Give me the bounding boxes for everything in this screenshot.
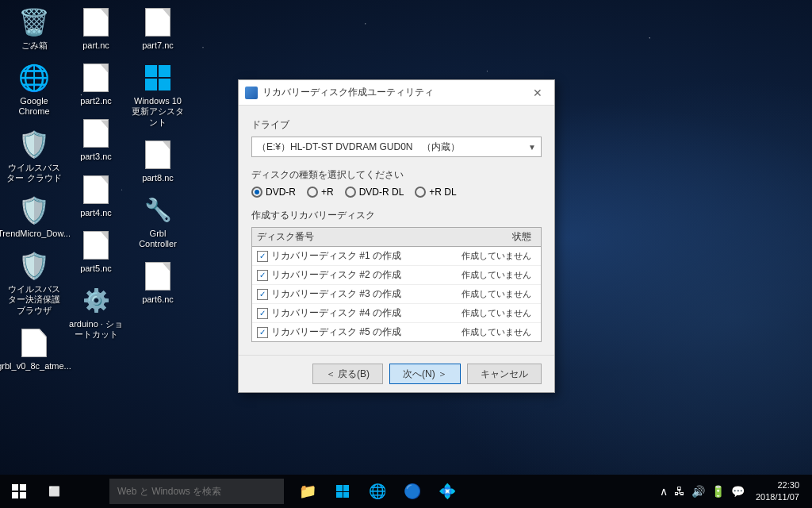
desktop: 🗑️ ごみ箱 🌐 Google Chrome 🛡️ ウイルスバスター クラウド … <box>0 0 812 475</box>
next-button[interactable]: 次へ(N) ＞ <box>389 364 461 384</box>
disk-status-5: 作成していません <box>457 326 536 338</box>
radio-dvdr[interactable]: DVD-R <box>251 187 296 198</box>
disk-type-radio-group: DVD-R +R DVD-R DL +R DL <box>251 187 542 198</box>
disk-table-header: ディスク番号 状態 <box>252 228 541 247</box>
drive-dropdown-arrow: ▼ <box>528 143 536 152</box>
tray-arrow[interactable]: ∧ <box>658 485 669 498</box>
disk-checkbox-5[interactable]: ✓ <box>257 327 268 338</box>
taskbar-pinned-apps: 📁 🌐 🔵 💠 <box>292 475 463 507</box>
disk-checkbox-1[interactable]: ✓ <box>257 251 268 262</box>
taskbar-right: ∧ 🖧 🔊 🔋 💬 22:30 2018/11/07 <box>658 476 812 507</box>
dialog-overlay: リカバリーディスク作成ユーティリティ ✕ ドライブ （E:¥）HL-DT-ST … <box>0 0 812 475</box>
col-header-disk: ディスク番号 <box>257 230 457 244</box>
disk-row-2: ✓ リカバリーディスク #2 の作成 作成していません <box>252 266 541 285</box>
taskbar-ie-button[interactable]: 🔵 <box>396 475 428 507</box>
disk-row-4: ✓ リカバリーディスク #4 の作成 作成していません <box>252 304 541 323</box>
radio-dvdr-label: DVD-R <box>266 187 296 198</box>
start-button[interactable] <box>0 475 38 508</box>
disk-name-3: リカバリーディスク #3 の作成 <box>271 287 457 301</box>
dialog-titlebar: リカバリーディスク作成ユーティリティ ✕ <box>239 80 554 106</box>
taskbar-clock[interactable]: 22:30 2018/11/07 <box>749 476 806 507</box>
disk-status-2: 作成していません <box>457 269 536 281</box>
make-disks-label: 作成するリカバリーディスク <box>251 209 542 222</box>
disk-name-4: リカバリーディスク #4 の作成 <box>271 306 457 320</box>
taskbar: ⬜ 📁 🌐 🔵 💠 ∧ 🖧 🔊 🔋 💬 22:30 2018/11/07 <box>0 475 812 508</box>
taskbar-windows-button[interactable] <box>327 475 358 507</box>
drive-label: ドライブ <box>251 118 542 132</box>
taskbar-search-input[interactable] <box>109 479 284 504</box>
disk-row-5: ✓ リカバリーディスク #5 の作成 作成していません <box>252 323 541 341</box>
radio-r-plus-label: +R <box>321 187 334 198</box>
disk-checkbox-2[interactable]: ✓ <box>257 270 268 281</box>
tray-volume[interactable]: 🔊 <box>690 485 707 498</box>
cancel-button[interactable]: キャンセル <box>467 364 542 384</box>
disk-row-3: ✓ リカバリーディスク #3 の作成 作成していません <box>252 285 541 304</box>
taskbar-explorer-button[interactable]: 📁 <box>292 475 324 507</box>
disk-checkbox-3[interactable]: ✓ <box>257 289 268 300</box>
tray-message[interactable]: 💬 <box>730 485 746 498</box>
radio-r-plus-circle <box>307 187 318 198</box>
radio-r-plus[interactable]: +R <box>307 187 334 198</box>
radio-r-plus-dl-circle <box>415 187 426 198</box>
tray-battery[interactable]: 🔋 <box>710 485 726 498</box>
dialog-title: リカバリーディスク作成ユーティリティ <box>262 86 527 99</box>
windows-logo <box>12 484 26 498</box>
disk-row-1: ✓ リカバリーディスク #1 の作成 作成していません <box>252 247 541 266</box>
radio-r-plus-dl-label: +R DL <box>429 187 456 198</box>
taskbar-app-button[interactable]: 💠 <box>431 475 463 507</box>
drive-dropdown[interactable]: （E:¥）HL-DT-ST DVDRAM GUD0N （内蔵） ▼ <box>251 137 542 157</box>
disk-name-2: リカバリーディスク #2 の作成 <box>271 268 457 282</box>
dialog-body: ドライブ （E:¥）HL-DT-ST DVDRAM GUD0N （内蔵） ▼ デ… <box>239 106 554 355</box>
clock-time: 22:30 <box>756 479 799 491</box>
drive-value: （E:¥）HL-DT-ST DVDRAM GUD0N （内蔵） <box>257 140 460 154</box>
tray-network[interactable]: 🖧 <box>672 485 687 498</box>
radio-dvdr-dl-label: DVD-R DL <box>359 187 404 198</box>
back-button[interactable]: ＜ 戻る(B) <box>312 364 383 384</box>
taskbar-chrome-button[interactable]: 🌐 <box>362 475 393 507</box>
disk-status-4: 作成していません <box>457 307 536 319</box>
disk-table-body: ✓ リカバリーディスク #1 の作成 作成していません ✓ リカバリーディスク … <box>252 247 541 341</box>
clock-date: 2018/11/07 <box>756 491 799 503</box>
recovery-dialog: リカバリーディスク作成ユーティリティ ✕ ドライブ （E:¥）HL-DT-ST … <box>238 79 555 393</box>
dialog-close-button[interactable]: ✕ <box>527 83 548 103</box>
disk-status-3: 作成していません <box>457 288 536 300</box>
radio-dvdr-dl-circle <box>345 187 356 198</box>
disk-status-1: 作成していません <box>457 250 536 262</box>
disk-name-1: リカバリーディスク #1 の作成 <box>271 249 457 263</box>
radio-r-plus-dl[interactable]: +R DL <box>415 187 456 198</box>
radio-dvdr-circle <box>251 187 262 198</box>
radio-dvdr-dl[interactable]: DVD-R DL <box>345 187 404 198</box>
dialog-icon <box>245 87 258 99</box>
dialog-footer: ＜ 戻る(B) 次へ(N) ＞ キャンセル <box>239 355 554 392</box>
disk-type-label: ディスクの種類を選択してください <box>251 168 542 182</box>
disk-name-5: リカバリーディスク #5 の作成 <box>271 325 457 339</box>
col-header-status: 状態 <box>457 230 536 244</box>
disk-checkbox-4[interactable]: ✓ <box>257 308 268 319</box>
disk-table: ディスク番号 状態 ✓ リカバリーディスク #1 の作成 作成していません ✓ <box>251 227 542 342</box>
task-view-button[interactable]: ⬜ <box>38 475 70 507</box>
